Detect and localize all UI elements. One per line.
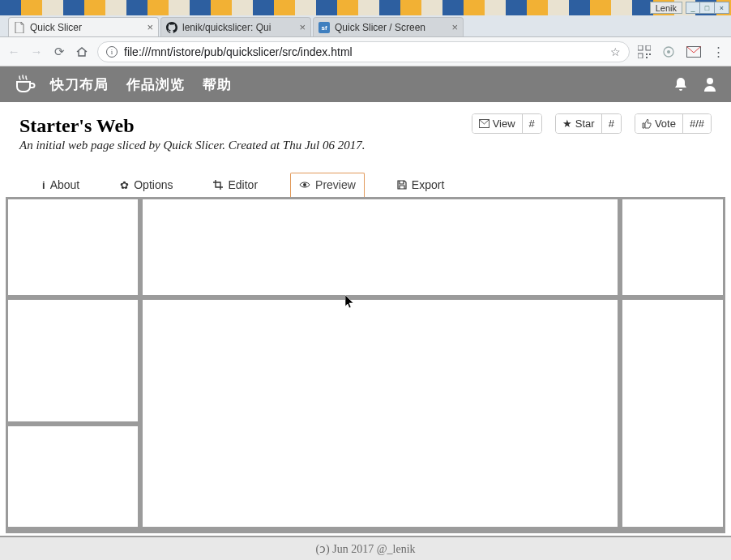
splitter-horizontal[interactable] <box>8 421 138 426</box>
back-button[interactable]: ← <box>6 45 21 58</box>
qr-icon[interactable] <box>638 45 651 58</box>
tab-label: Quick Slicer <box>30 22 143 33</box>
save-icon <box>397 180 407 190</box>
mail-icon[interactable] <box>686 46 701 58</box>
tab-about[interactable]: i About <box>34 173 88 198</box>
bell-icon[interactable] <box>674 77 687 92</box>
panel-center-main[interactable] <box>143 300 618 527</box>
browser-menu-button[interactable]: ⋮ <box>712 45 725 59</box>
tab-preview[interactable]: Preview <box>290 173 365 199</box>
subtabs: i About ✿ Options Editor Preview Export <box>34 172 712 198</box>
tab-editor[interactable]: Editor <box>205 173 266 198</box>
forward-button[interactable]: → <box>29 45 44 58</box>
tab-editor-label: Editor <box>228 178 258 191</box>
tab-options[interactable]: ✿ Options <box>112 173 181 198</box>
svg-point-9 <box>667 50 670 53</box>
splitter-horizontal[interactable] <box>8 527 723 531</box>
page-content: Starter's Web An initial web page sliced… <box>0 102 731 198</box>
reload-button[interactable]: ⟳ <box>52 45 66 59</box>
extension-icon[interactable] <box>662 45 675 58</box>
splitter-horizontal[interactable] <box>8 295 723 300</box>
vote-count: #/# <box>682 114 711 133</box>
user-icon[interactable] <box>703 77 716 92</box>
page-icon <box>14 22 25 33</box>
panel-right-top[interactable] <box>622 199 723 295</box>
view-button-group[interactable]: View # <box>472 113 542 134</box>
page-title: Starter's Web <box>19 115 472 137</box>
home-button[interactable] <box>75 45 89 58</box>
browser-tab-active[interactable]: Quick Slicer × <box>8 17 159 36</box>
sourceforge-icon: sf <box>318 22 330 33</box>
tab-export[interactable]: Export <box>389 173 452 198</box>
action-buttons: View # ★ Star # Vote #/# <box>472 113 712 134</box>
info-icon: i <box>42 179 45 191</box>
svg-rect-6 <box>649 53 651 55</box>
nav-layout[interactable]: 快刀布局 <box>50 75 109 94</box>
svg-rect-7 <box>646 57 648 58</box>
panel-left-mid[interactable] <box>8 300 138 421</box>
splitter-vertical[interactable] <box>138 199 143 531</box>
star-count: # <box>601 114 621 133</box>
svg-rect-4 <box>638 53 643 58</box>
nav-help[interactable]: 帮助 <box>203 75 232 94</box>
browser-tabstrip: Quick Slicer × lenik/quickslicer: Qui × … <box>0 15 731 37</box>
envelope-icon <box>479 119 489 128</box>
panel-left-bottom[interactable] <box>8 426 138 527</box>
tab-close-icon[interactable]: × <box>448 21 458 33</box>
nav-browse[interactable]: 作品浏览 <box>126 75 185 94</box>
svg-point-13 <box>303 183 306 186</box>
svg-rect-5 <box>646 53 648 55</box>
close-icon: × <box>720 4 724 12</box>
footer-text: (ɔ) Jun 2017 @_lenik <box>315 542 415 556</box>
minimize-icon: _ <box>690 4 695 12</box>
browser-tab[interactable]: sf Quick Slicer / Screen × <box>313 17 464 36</box>
gear-icon: ✿ <box>120 179 129 191</box>
app-header: 快刀布局 作品浏览 帮助 <box>0 66 731 102</box>
crop-icon <box>213 180 223 190</box>
github-icon <box>166 22 177 33</box>
panel-right-main[interactable] <box>622 300 723 527</box>
view-count: # <box>522 114 541 133</box>
site-info-icon[interactable]: i <box>106 46 118 58</box>
browser-tab[interactable]: lenik/quickslicer: Qui × <box>160 17 311 36</box>
browser-toolbar: ← → ⟳ i file:///mnt/istore/pub/quickslic… <box>0 37 731 66</box>
thumbs-up-icon <box>642 119 652 129</box>
splitter-vertical[interactable] <box>618 199 622 531</box>
tab-label: lenik/quickslicer: Qui <box>182 22 296 33</box>
address-bar[interactable]: i file:///mnt/istore/pub/quickslicer/src… <box>97 41 630 62</box>
url-text: file:///mnt/istore/pub/quickslicer/src/i… <box>124 45 604 58</box>
view-label: View <box>493 118 515 130</box>
tab-about-label: About <box>50 178 80 191</box>
page-footer: (ɔ) Jun 2017 @_lenik <box>0 536 731 560</box>
star-label: Star <box>575 118 595 130</box>
window-close-button[interactable]: × <box>715 2 729 14</box>
page-subtitle: An initial web page sliced by Quick Slic… <box>19 139 472 152</box>
tab-options-label: Options <box>134 178 173 191</box>
window-titlebar: Lenik _ □ × <box>0 0 731 15</box>
tab-label: Quick Slicer / Screen <box>335 22 448 33</box>
window-minimize-button[interactable]: _ <box>686 2 700 14</box>
vote-button-group[interactable]: Vote #/# <box>635 113 712 134</box>
tab-close-icon[interactable]: × <box>296 21 306 33</box>
vote-label: Vote <box>655 118 676 130</box>
window-maximize-button[interactable]: □ <box>700 2 715 14</box>
tab-close-icon[interactable]: × <box>143 21 153 33</box>
svg-rect-2 <box>638 45 643 50</box>
preview-workspace <box>6 197 725 533</box>
eye-icon <box>299 181 310 189</box>
maximize-icon: □ <box>705 4 709 12</box>
bookmark-star-icon[interactable]: ☆ <box>610 45 621 58</box>
svg-rect-3 <box>646 45 651 50</box>
panel-center-top[interactable] <box>143 199 618 295</box>
star-button-group[interactable]: ★ Star # <box>555 113 622 134</box>
svg-text:sf: sf <box>321 24 327 32</box>
tab-preview-label: Preview <box>315 178 356 191</box>
svg-point-11 <box>707 78 713 84</box>
panel-left-top[interactable] <box>8 199 138 295</box>
app-logo-icon[interactable] <box>15 74 36 95</box>
window-title: Lenik <box>650 2 682 14</box>
tab-export-label: Export <box>412 178 444 191</box>
star-icon: ★ <box>562 118 572 130</box>
